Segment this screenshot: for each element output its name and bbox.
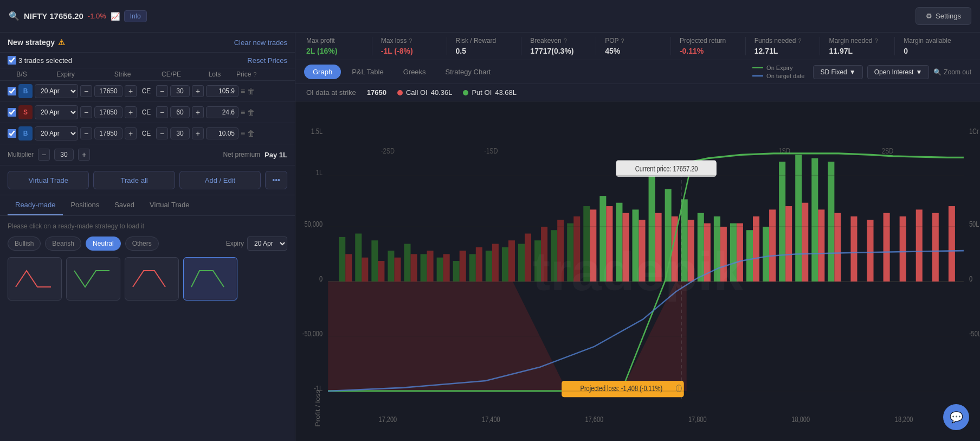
svg-rect-19 bbox=[404, 244, 410, 282]
svg-rect-83 bbox=[949, 206, 955, 282]
margin-needed-info-icon[interactable]: ? bbox=[875, 37, 878, 44]
lots-plus-3[interactable]: + bbox=[192, 127, 204, 139]
tab-graph[interactable]: Graph bbox=[304, 65, 341, 79]
buy-sell-badge-2[interactable]: S bbox=[18, 105, 33, 119]
svg-rect-44 bbox=[811, 158, 818, 282]
trade-checkbox-2[interactable] bbox=[8, 108, 16, 117]
svg-rect-77 bbox=[850, 216, 857, 282]
expiry-select-3[interactable]: 20 Apr bbox=[35, 126, 78, 140]
info-button[interactable]: Info bbox=[124, 10, 147, 22]
buy-sell-badge-3[interactable]: B bbox=[18, 126, 33, 140]
pop-info-icon[interactable]: ? bbox=[621, 37, 624, 44]
strategy-card-3[interactable] bbox=[125, 257, 179, 301]
lots-input-3[interactable] bbox=[170, 127, 190, 139]
svg-rect-41 bbox=[763, 227, 769, 282]
svg-rect-58 bbox=[541, 227, 547, 282]
lots-input-2[interactable] bbox=[170, 106, 190, 118]
filter-neutral[interactable]: Neutral bbox=[86, 237, 121, 251]
svg-text:1.5L: 1.5L bbox=[311, 127, 323, 136]
svg-rect-37 bbox=[698, 213, 704, 282]
strike-minus-1[interactable]: − bbox=[80, 85, 92, 97]
svg-text:-50,000: -50,000 bbox=[302, 330, 323, 338]
lots-input-1[interactable] bbox=[170, 85, 190, 97]
strike-plus-1[interactable]: + bbox=[125, 85, 137, 97]
price-input-3[interactable] bbox=[206, 127, 238, 139]
strike-minus-3[interactable]: − bbox=[80, 127, 92, 139]
hint-text: Please click on a ready-made strategy to… bbox=[8, 222, 287, 230]
delete-icon-1[interactable]: 🗑 bbox=[247, 87, 255, 95]
nifty-ticker: NIFTY 17656.20 bbox=[24, 11, 83, 21]
buy-sell-badge-1[interactable]: B bbox=[18, 84, 33, 98]
tab-ready-made[interactable]: Ready-made bbox=[8, 195, 63, 215]
virtual-trade-button[interactable]: Virtual Trade bbox=[8, 171, 89, 189]
tab-strategy-chart[interactable]: Strategy Chart bbox=[437, 65, 500, 79]
svg-rect-71 bbox=[753, 216, 759, 282]
hamburger-icon-1[interactable]: ≡ bbox=[241, 87, 245, 95]
svg-rect-51 bbox=[427, 251, 434, 282]
tab-pl-table[interactable]: P&L Table bbox=[343, 65, 392, 79]
trade-checkbox-3[interactable] bbox=[8, 129, 16, 138]
expiry-select-2[interactable]: 20 Apr bbox=[35, 105, 78, 119]
tab-saved[interactable]: Saved bbox=[107, 195, 142, 215]
svg-text:ⓘ: ⓘ bbox=[676, 385, 682, 393]
lots-minus-2[interactable]: − bbox=[156, 106, 168, 118]
strategy-card-4[interactable] bbox=[183, 257, 237, 301]
zoom-out-button[interactable]: 🔍 Zoom out bbox=[933, 68, 971, 76]
open-interest-button[interactable]: Open Interest ▼ bbox=[867, 65, 930, 79]
chat-bubble[interactable]: 💬 bbox=[943, 404, 969, 430]
stat-funds-needed-label: Funds needed ? bbox=[755, 37, 811, 44]
multiplier-minus[interactable]: − bbox=[38, 149, 50, 161]
breakeven-info-icon[interactable]: ? bbox=[564, 37, 567, 44]
tab-greeks[interactable]: Greeks bbox=[395, 65, 435, 79]
svg-rect-28 bbox=[551, 230, 557, 282]
search-icon: 🔍 bbox=[9, 11, 20, 21]
filter-others[interactable]: Others bbox=[125, 237, 159, 251]
delete-icon-2[interactable]: 🗑 bbox=[247, 108, 255, 117]
trade-all-button[interactable]: Trade all bbox=[93, 171, 175, 189]
svg-rect-47 bbox=[362, 258, 368, 282]
clear-trades-button[interactable]: Clear new trades bbox=[234, 39, 287, 47]
funds-info-icon[interactable]: ? bbox=[798, 37, 801, 44]
svg-rect-25 bbox=[502, 247, 508, 282]
lots-plus-2[interactable]: + bbox=[192, 106, 204, 118]
svg-text:-1SD: -1SD bbox=[484, 147, 498, 156]
filter-bearish[interactable]: Bearish bbox=[45, 237, 81, 251]
reset-prices-button[interactable]: Reset Prices bbox=[247, 56, 287, 65]
chat-icon: 💬 bbox=[950, 411, 963, 424]
strategy-card-2[interactable] bbox=[66, 257, 120, 301]
trade-checkbox-1[interactable] bbox=[8, 87, 16, 95]
svg-rect-78 bbox=[867, 220, 874, 282]
svg-rect-57 bbox=[525, 234, 531, 282]
gear-icon: ⚙ bbox=[926, 12, 932, 20]
max-loss-info-icon[interactable]: ? bbox=[409, 37, 412, 44]
more-options-button[interactable]: ••• bbox=[265, 171, 287, 189]
lots-plus-1[interactable]: + bbox=[192, 85, 204, 97]
strike-minus-2[interactable]: − bbox=[80, 106, 92, 118]
strategy-card-1[interactable] bbox=[8, 257, 62, 301]
multiplier-input[interactable] bbox=[54, 149, 74, 161]
expiry-dropdown[interactable]: 20 Apr bbox=[247, 237, 287, 251]
strike-plus-3[interactable]: + bbox=[125, 127, 137, 139]
expiry-select-1[interactable]: 20 Apr bbox=[35, 84, 78, 98]
delete-icon-3[interactable]: 🗑 bbox=[247, 129, 255, 138]
lots-minus-1[interactable]: − bbox=[156, 85, 168, 97]
sd-fixed-button[interactable]: SD Fixed ▼ bbox=[813, 65, 862, 79]
strike-plus-2[interactable]: + bbox=[125, 106, 137, 118]
hamburger-icon-3[interactable]: ≡ bbox=[241, 129, 245, 138]
hamburger-icon-2[interactable]: ≡ bbox=[241, 108, 245, 117]
tab-positions[interactable]: Positions bbox=[63, 195, 107, 215]
price-input-1[interactable] bbox=[206, 85, 238, 97]
lots-minus-3[interactable]: − bbox=[156, 127, 168, 139]
tab-virtual-trade[interactable]: Virtual Trade bbox=[142, 195, 197, 215]
settings-button[interactable]: ⚙ Settings bbox=[915, 7, 971, 25]
svg-rect-39 bbox=[730, 223, 737, 282]
price-input-2[interactable] bbox=[206, 106, 238, 118]
svg-text:50L: 50L bbox=[969, 220, 979, 229]
svg-rect-80 bbox=[900, 216, 906, 282]
filter-bullish[interactable]: Bullish bbox=[8, 237, 41, 251]
add-edit-button[interactable]: Add / Edit bbox=[179, 171, 261, 189]
strategy-header: New strategy ⚠ Clear new trades bbox=[0, 33, 295, 53]
price-info-icon[interactable]: ? bbox=[253, 71, 256, 78]
select-all-checkbox[interactable] bbox=[8, 56, 16, 65]
multiplier-plus[interactable]: + bbox=[78, 149, 90, 161]
